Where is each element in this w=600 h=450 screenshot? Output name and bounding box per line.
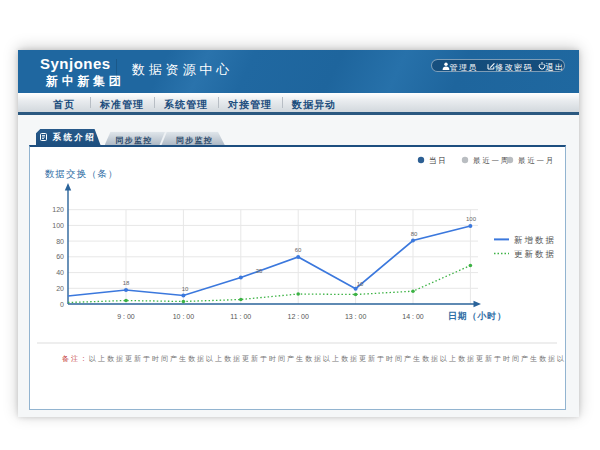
- svg-text:9 : 00: 9 : 00: [117, 313, 135, 320]
- svg-text:新增数据: 新增数据: [514, 235, 556, 245]
- svg-text:20: 20: [56, 285, 64, 292]
- svg-text:数据交换（条）: 数据交换（条）: [45, 168, 119, 179]
- svg-text:12 : 00: 12 : 00: [287, 313, 309, 320]
- svg-text:日期（小时）: 日期（小时）: [448, 311, 507, 321]
- svg-text:10 : 00: 10 : 00: [173, 313, 195, 320]
- svg-text:最近一月: 最近一月: [518, 156, 555, 165]
- svg-text:10: 10: [182, 286, 189, 292]
- svg-text:35: 35: [256, 268, 263, 274]
- svg-text:18: 18: [123, 280, 130, 286]
- svg-text:100: 100: [466, 216, 477, 222]
- svg-text:100: 100: [52, 222, 64, 229]
- svg-text:120: 120: [52, 206, 64, 213]
- svg-text:更新数据: 更新数据: [514, 249, 556, 259]
- svg-text:最近一周: 最近一周: [473, 156, 510, 165]
- svg-text:0: 0: [60, 301, 64, 308]
- svg-text:13 : 00: 13 : 00: [345, 313, 367, 320]
- svg-text:80: 80: [411, 231, 418, 237]
- svg-text:60: 60: [295, 247, 302, 253]
- svg-text:当日: 当日: [429, 156, 448, 165]
- svg-text:10: 10: [357, 281, 364, 287]
- svg-text:80: 80: [56, 238, 64, 245]
- svg-text:11 : 00: 11 : 00: [230, 313, 251, 320]
- svg-text:40: 40: [56, 269, 64, 276]
- svg-text:备注：以上数据更新于时间产生数据以上数据更新于时间产生数据以: 备注：以上数据更新于时间产生数据以上数据更新于时间产生数据以上数据更新于时间产生…: [62, 354, 565, 363]
- svg-text:14 : 00: 14 : 00: [402, 313, 424, 320]
- svg-text:60: 60: [56, 253, 64, 260]
